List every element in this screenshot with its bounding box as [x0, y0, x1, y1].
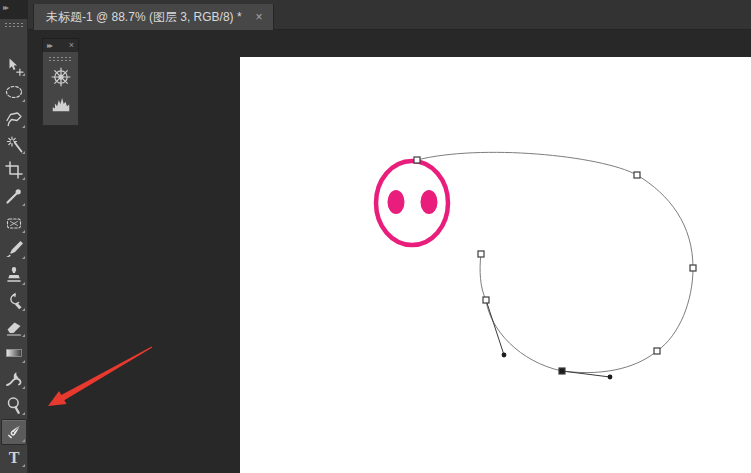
move-tool[interactable] — [2, 54, 26, 78]
eraser-tool[interactable] — [2, 315, 26, 339]
magic-wand-tool[interactable] — [2, 132, 26, 156]
toolbar-collapse-icon[interactable]: ▸▸ — [3, 3, 7, 12]
document-tab-title: 未标题-1 @ 88.7% (图层 3, RGB/8) * — [46, 9, 242, 26]
brush-tool-icon — [4, 239, 24, 259]
panel-dock: ▸▸ × — [42, 38, 79, 126]
history-brush-icon — [4, 291, 24, 311]
panel-expand-icon[interactable]: ▸▸ — [47, 41, 51, 50]
gradient-tool-icon — [4, 343, 24, 363]
lasso-tool-icon — [4, 108, 24, 128]
history-brush-tool[interactable] — [2, 289, 26, 313]
document-canvas[interactable] — [240, 57, 751, 473]
ship-wheel-icon — [50, 66, 72, 92]
toolbar-header: ▸▸ — [0, 0, 28, 19]
panel-close-icon[interactable]: × — [69, 40, 74, 50]
tab-close-icon[interactable]: × — [256, 11, 263, 23]
move-tool-icon — [4, 56, 24, 76]
brush-tool[interactable] — [2, 237, 26, 261]
dodge-tool[interactable] — [2, 393, 26, 417]
clone-stamp-icon — [4, 265, 24, 285]
eyedropper-tool[interactable] — [2, 184, 26, 208]
smudge-tool[interactable] — [2, 367, 26, 391]
histogram-icon — [50, 93, 72, 119]
smudge-tool-icon — [4, 369, 24, 389]
document-tab[interactable]: 未标题-1 @ 88.7% (图层 3, RGB/8) * × — [33, 4, 274, 30]
crop-tool-icon — [4, 160, 24, 180]
tools-panel: T — [0, 19, 28, 473]
wheel-panel-button[interactable] — [47, 66, 75, 92]
pen-tool[interactable] — [1, 419, 27, 445]
eraser-tool-icon — [4, 317, 24, 337]
type-tool[interactable]: T — [2, 445, 26, 469]
toolbar-grip[interactable] — [4, 22, 23, 28]
panel-dock-header: ▸▸ × — [42, 38, 79, 51]
type-tool-icon: T — [4, 447, 24, 467]
elliptical-marquee-icon — [4, 82, 24, 102]
dodge-tool-icon — [4, 395, 24, 415]
histogram-panel-button[interactable] — [47, 93, 75, 119]
panel-dock-grip[interactable] — [48, 56, 73, 61]
annotation-arrow-to-pen-tool — [48, 347, 152, 407]
crop-tool[interactable] — [2, 158, 26, 182]
magic-wand-icon — [4, 134, 24, 154]
eyedropper-icon — [4, 186, 24, 206]
panel-dock-body — [42, 51, 79, 126]
clone-stamp-tool[interactable] — [2, 263, 26, 287]
patch-tool[interactable] — [2, 211, 26, 235]
pen-tool-icon — [4, 422, 24, 442]
lasso-tool[interactable] — [2, 106, 26, 130]
patch-tool-icon — [4, 213, 24, 233]
marquee-tool[interactable] — [2, 80, 26, 104]
document-tab-bar: 未标题-1 @ 88.7% (图层 3, RGB/8) * × — [28, 0, 751, 30]
svg-text:T: T — [9, 449, 20, 466]
gradient-tool[interactable] — [2, 341, 26, 365]
